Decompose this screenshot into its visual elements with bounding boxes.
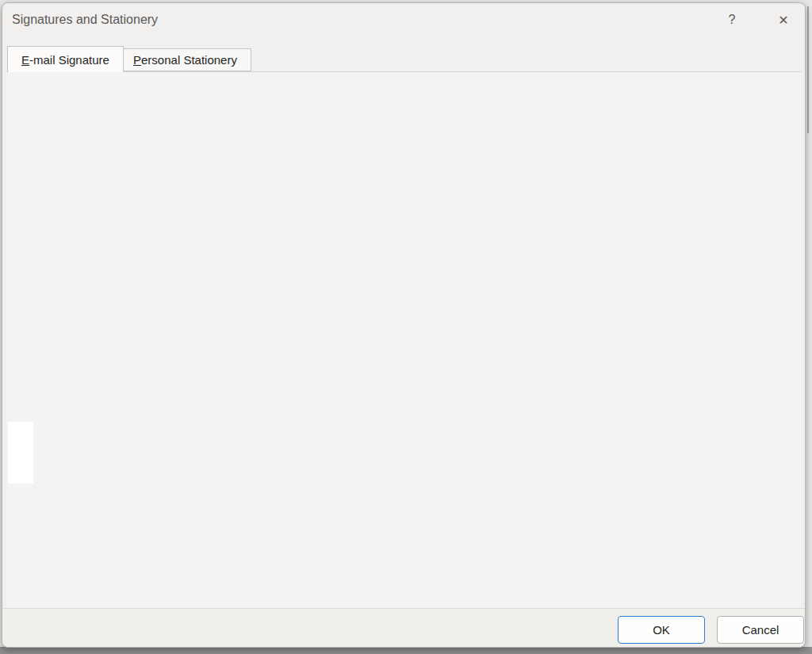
signatures-dialog: Signatures and Stationery ? ✕ E-mail Sig…	[2, 2, 806, 648]
background-bottom-edge	[0, 647, 812, 654]
tab-page	[6, 71, 801, 608]
tab-email-signature[interactable]: E-mail Signature	[7, 46, 124, 72]
help-button[interactable]: ?	[720, 10, 744, 30]
close-button[interactable]: ✕	[772, 10, 795, 30]
help-icon: ?	[729, 13, 736, 27]
ok-button[interactable]: OK	[618, 616, 705, 644]
tab-personal-stationery[interactable]: Personal Stationery	[120, 48, 251, 71]
dialog-footer: OK Cancel	[2, 608, 805, 647]
background-right-edge	[807, 6, 809, 133]
cancel-button[interactable]: Cancel	[717, 616, 804, 644]
close-icon: ✕	[778, 13, 788, 28]
dialog-title: Signatures and Stationery	[12, 13, 158, 27]
render-artifact	[8, 422, 33, 484]
